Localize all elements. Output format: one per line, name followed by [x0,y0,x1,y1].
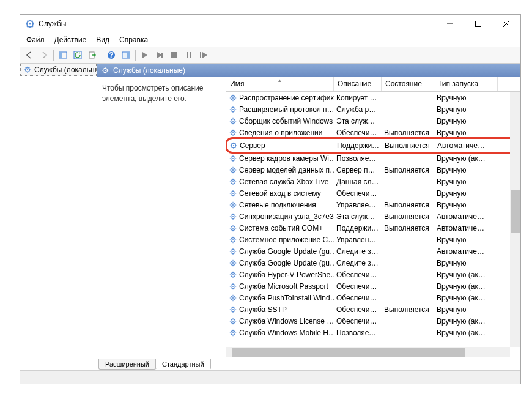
highlighted-row: СерверПоддержи…ВыполняетсяАвтоматиче… [226,137,519,154]
service-row[interactable]: Сервер моделей данных п…Сервер пл…Выполн… [226,164,520,176]
details-pane: Службы (локальные) Чтобы просмотреть опи… [97,64,520,370]
restart-button[interactable] [197,48,210,62]
service-name: Сервер [240,141,265,150]
service-desc: Управлен… [334,236,382,244]
stop-service-button[interactable] [153,48,166,62]
svg-point-47 [232,250,234,251]
service-name: Служба Google Update (gu… [239,247,334,256]
tree-item-services-local[interactable]: Службы (локальные) [20,64,97,76]
refresh-button[interactable] [71,48,84,62]
service-startup: Вручную [434,259,498,267]
svg-point-1 [29,23,31,25]
service-row[interactable]: Служба Google Update (gu…Следите за…Авто… [226,245,520,257]
tab-extended[interactable]: Расширенный [98,359,156,370]
show-hide-button[interactable] [56,48,70,62]
col-description[interactable]: Описание [334,77,382,91]
service-name: Сетевые подключения [239,201,316,209]
service-desc: Поддержи… [334,141,382,150]
service-row[interactable]: Синхронизация узла_3c7e3Эта служб…Выполн… [226,210,520,222]
col-name[interactable]: Имя▴ [226,77,334,91]
svg-rect-15 [200,52,201,58]
pause-button[interactable] [182,48,196,62]
column-headers: Имя▴ Описание Состояние Тип запуска [226,77,520,92]
menu-help[interactable]: Справка [116,34,152,45]
services-window: Службы Файл Действие Вид Справка ? [20,14,521,384]
service-row[interactable]: Служба PushToInstall Wind…Обеспечи…Вручн… [226,292,520,303]
service-row[interactable]: Служба Google Update (gu…Следите за…Вруч… [226,257,520,269]
service-row[interactable]: Сетевая служба Xbox LiveДанная сл…Вручну… [226,176,520,187]
window-title: Службы [39,20,436,28]
export-button[interactable] [86,48,99,62]
service-startup: Вручную (ак… [434,270,498,279]
gear-icon [229,117,237,125]
menu-action[interactable]: Действие [51,34,91,45]
help-button[interactable]: ? [105,48,118,62]
service-row[interactable]: Система событий COM+Поддержи…Выполняется… [226,222,520,234]
svg-rect-14 [190,52,191,58]
service-row[interactable]: Сетевые подключенияУправляет…Выполняется… [226,199,520,210]
col-state[interactable]: Состояние [382,77,434,91]
col-startup-type[interactable]: Тип запуска [434,77,498,91]
service-desc: Следите за… [334,247,382,256]
service-desc: Позволяет… [334,329,382,337]
maximize-button[interactable] [464,15,492,33]
properties-button[interactable] [119,48,133,62]
svg-point-17 [27,69,28,70]
service-row[interactable]: Служба Microsoft PassportОбеспечи…Вручну… [226,280,520,292]
service-row[interactable]: Сведения о приложенииОбеспечи…Выполняетс… [226,127,520,138]
svg-point-49 [232,262,234,263]
service-row[interactable]: Сервер кадров камеры Wi…Позволяет…Вручну… [226,152,520,164]
service-desc: Обеспечи… [334,305,382,314]
gear-icon [229,317,237,326]
service-row[interactable]: Системное приложение C…Управлен…Вручную [226,234,520,245]
service-row[interactable]: Служба Hyper-V PowerShe…Обеспечи…Вручную… [226,269,520,280]
menu-file[interactable]: Файл [23,34,48,45]
service-desc: Обеспечи… [334,282,382,291]
service-name: Система событий COM+ [239,224,323,233]
service-startup: Вручную [434,105,498,114]
svg-rect-10 [127,52,130,58]
gear-icon [229,141,238,150]
forward-button[interactable] [37,48,51,62]
tree-pane[interactable]: Службы (локальные) [20,64,97,370]
service-row[interactable]: Служба Windows Mobile H…Позволяет…Вручну… [226,327,520,338]
svg-point-37 [232,192,234,193]
service-row[interactable]: Сборщик событий WindowsЭта служб…Вручную [226,115,520,127]
svg-point-45 [232,239,234,240]
gear-icon [229,247,237,256]
back-button[interactable] [23,48,36,62]
svg-point-53 [232,285,234,286]
service-desc: Обеспечи… [334,294,382,302]
service-row[interactable]: Распространение сертифик…Копирует …Вручн… [226,92,520,103]
tab-standard[interactable]: Стандартный [155,359,211,370]
service-name: Системное приложение C… [239,236,334,244]
service-row[interactable]: Сетевой вход в системуОбеспечи…Вручную [226,187,520,199]
close-button[interactable] [492,15,520,33]
service-startup: Вручную (ак… [434,282,498,291]
vertical-scrollbar[interactable] [510,92,520,347]
minimize-button[interactable] [436,15,464,33]
service-row[interactable]: Расширяемый протокол п…Служба ра…Вручную [226,103,520,115]
svg-point-21 [232,97,234,98]
gear-icon [229,201,237,209]
service-state: Выполняется [382,224,434,233]
service-row[interactable]: Служба Windows License …Обеспечи…Вручную… [226,315,520,327]
menu-view[interactable]: Вид [92,34,113,45]
service-row[interactable]: СерверПоддержи…ВыполняетсяАвтоматиче… [227,140,517,151]
service-state: Выполняется [382,305,434,314]
start-service-button[interactable] [138,48,152,62]
service-name: Служба SSTP [239,305,287,314]
service-row[interactable]: Служба SSTPОбеспечи…ВыполняетсяВручную [226,303,520,315]
svg-point-35 [232,181,234,182]
service-state: Выполняется [382,166,434,174]
service-startup: Вручную [434,166,498,174]
service-startup: Вручную (ак… [434,154,498,163]
gear-icon [229,224,237,233]
service-startup: Вручную [434,177,498,186]
service-name: Служба Hyper-V PowerShe… [239,270,334,279]
stop-button[interactable] [168,48,181,62]
content-area: Службы (локальные) Службы (локальные) Чт… [20,64,520,370]
service-desc: Поддержи… [334,224,382,233]
service-startup: Вручную [434,189,498,198]
horizontal-scrollbar[interactable] [226,347,510,357]
